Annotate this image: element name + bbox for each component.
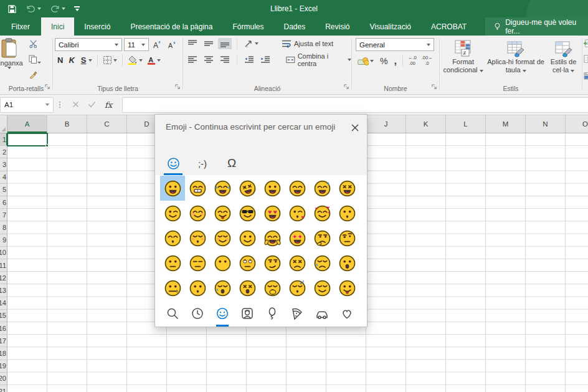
tab-insercio[interactable]: Inserció (74, 17, 120, 36)
decrease-decimal-button[interactable]: .00→.0 (420, 55, 434, 67)
emoji-beaming-face-with-smiling-eyes[interactable] (185, 176, 210, 201)
emoji-face-with-tears-of-joy[interactable] (210, 176, 235, 201)
emoji-thinking-face[interactable] (310, 226, 334, 251)
emoji-winking-face[interactable] (160, 201, 185, 226)
column-header-A[interactable]: A (7, 115, 47, 133)
tab-emoji-smileys[interactable] (166, 155, 181, 171)
redo-icon[interactable] (50, 5, 65, 13)
category-food-icon[interactable] (285, 303, 310, 324)
tab-fitxer[interactable]: Fitxer (0, 17, 41, 36)
insert-function-button[interactable]: fx (105, 100, 112, 110)
undo-icon[interactable] (26, 5, 41, 13)
row-header-9[interactable]: 9 (0, 234, 7, 247)
emoji-rolling-on-the-floor-laughing[interactable] (235, 176, 260, 201)
enter-icon[interactable] (88, 99, 96, 110)
number-dialog-launcher[interactable] (432, 81, 437, 92)
bold-button[interactable]: N (55, 55, 65, 65)
row-header-16[interactable]: 16 (0, 322, 7, 335)
cut-icon[interactable] (29, 39, 41, 50)
category-smileys-icon[interactable] (210, 303, 235, 324)
emoji-relieved-face[interactable] (310, 275, 334, 300)
align-top-button[interactable] (186, 38, 199, 49)
category-transport-icon[interactable] (310, 303, 334, 324)
row-header-12[interactable]: 12 (0, 272, 7, 284)
emoji-hugging-face[interactable] (260, 226, 285, 251)
row-header-4[interactable]: 4 (0, 171, 7, 184)
align-bottom-button[interactable] (218, 38, 232, 49)
column-header-O[interactable]: O (566, 115, 588, 133)
emoji-kissing-face-with-closed-eyes[interactable] (185, 226, 210, 251)
wrap-text-button[interactable]: Ajusta el text (282, 39, 333, 48)
emoji-zipper-mouth-face[interactable] (160, 275, 185, 300)
emoji-face-blowing-a-kiss[interactable] (285, 201, 310, 226)
emoji-kissing-face[interactable] (334, 201, 359, 226)
emoji-grinning-face[interactable] (160, 176, 185, 201)
category-people-icon[interactable] (235, 303, 260, 324)
emoji-face-savoring-food[interactable] (210, 201, 235, 226)
emoji-face-with-rolling-eyes[interactable] (235, 251, 260, 275)
tab-dades[interactable]: Dades (273, 17, 315, 36)
row-header-19[interactable]: 19 (0, 360, 7, 373)
alignment-dialog-launcher[interactable] (344, 81, 349, 92)
font-color-button[interactable]: A (145, 54, 163, 66)
align-right-button[interactable] (218, 54, 232, 65)
name-box[interactable]: A1 (0, 97, 54, 113)
font-family-combo[interactable]: Calibri (55, 38, 122, 51)
row-header-5[interactable]: 5 (0, 184, 7, 196)
emoji-slightly-smiling-face[interactable] (235, 226, 260, 251)
accounting-format-button[interactable] (356, 55, 376, 67)
formula-input[interactable] (122, 97, 588, 113)
emoji-face-with-open-mouth[interactable] (334, 251, 359, 275)
emoji-face-with-raised-eyebrow[interactable] (334, 226, 359, 251)
shrink-font-button[interactable]: A (166, 39, 179, 50)
decrease-indent-button[interactable] (242, 54, 256, 65)
column-header-C[interactable]: C (87, 115, 127, 133)
customize-qat-icon[interactable] (74, 6, 80, 11)
emoji-sleepy-face[interactable] (210, 275, 235, 300)
tab-acrobat[interactable]: ACROBAT (421, 17, 477, 36)
row-header-14[interactable]: 14 (0, 297, 7, 310)
category-recent-icon[interactable] (185, 303, 210, 324)
emoji-persevering-face[interactable] (285, 251, 310, 275)
clipboard-dialog-launcher[interactable] (45, 81, 50, 92)
grow-font-button[interactable]: A (151, 39, 164, 50)
increase-indent-button[interactable] (258, 54, 272, 65)
row-header-3[interactable]: 3 (0, 158, 7, 171)
tab-visualitzacio[interactable]: Visualització (360, 17, 421, 36)
selected-cell-a1[interactable] (7, 133, 48, 146)
font-size-combo[interactable]: 11 (124, 38, 149, 51)
emoji-hushed-face[interactable] (185, 275, 210, 300)
category-search-icon[interactable] (160, 303, 185, 324)
comma-button[interactable]: , (392, 54, 398, 68)
insert-cells-icon[interactable] (584, 39, 588, 51)
emoji-face-without-mouth[interactable] (210, 251, 235, 275)
borders-button[interactable] (101, 54, 119, 66)
row-header-11[interactable]: 11 (0, 259, 7, 272)
tab-inici[interactable]: Inici (41, 17, 74, 36)
emoji-kissing-face-with-smiling-eyes[interactable] (160, 226, 185, 251)
column-header-N[interactable]: N (526, 115, 566, 133)
select-all-corner[interactable] (0, 115, 7, 133)
column-header-M[interactable]: M (486, 115, 526, 133)
emoji-neutral-face[interactable] (160, 251, 185, 275)
align-left-button[interactable] (186, 54, 199, 65)
row-header-10[interactable]: 10 (0, 247, 7, 259)
emoji-grinning-face-with-smiling-eyes[interactable] (285, 176, 310, 201)
emoji-smiling-face-with-heart-eyes[interactable] (260, 201, 285, 226)
category-celebrations-icon[interactable] (260, 303, 285, 324)
format-painter-icon[interactable] (29, 70, 41, 82)
tell-me-box[interactable]: Digueu-me què voleu fer... (485, 17, 588, 36)
copy-icon[interactable] (29, 55, 41, 66)
emoji-expressionless-face[interactable] (185, 251, 210, 275)
tab-formules[interactable]: Fórmules (222, 17, 273, 36)
emoji-yawning-face[interactable] (260, 275, 285, 300)
paste-button[interactable]: Enganxa (0, 38, 27, 69)
emoji-star-struck[interactable] (285, 226, 310, 251)
row-header-21[interactable]: 21 (0, 385, 7, 392)
column-header-B[interactable]: B (47, 115, 87, 133)
row-header-13[interactable]: 13 (0, 284, 7, 297)
number-format-combo[interactable]: General (356, 38, 434, 51)
emoji-smirking-face[interactable] (260, 251, 285, 275)
row-header-2[interactable]: 2 (0, 146, 7, 158)
row-header-20[interactable]: 20 (0, 373, 7, 385)
